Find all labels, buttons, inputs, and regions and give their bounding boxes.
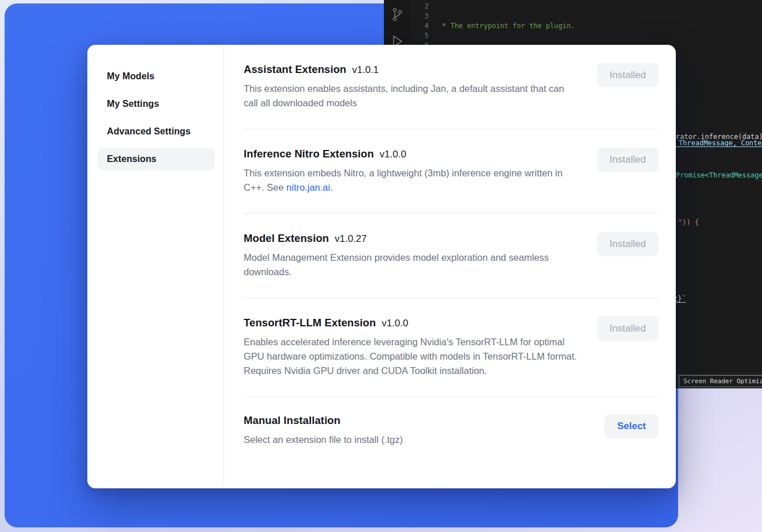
installed-button[interactable]: Installed (597, 317, 659, 341)
git-branch-icon[interactable] (391, 7, 403, 25)
code-fragment: Promise<ThreadMessage> (676, 171, 762, 180)
manual-installation-description: Select an extension file to install (.tg… (244, 433, 403, 447)
extension-version: v1.0.27 (335, 233, 367, 245)
manual-installation-title: Manual Installation (244, 414, 340, 427)
extension-row-inference-nitro: Inference Nitro Extension v1.0.0 This ex… (244, 129, 659, 214)
settings-sidebar: My Models My Settings Advanced Settings … (87, 45, 224, 488)
code-fragment: rator.inference(data)); (676, 132, 762, 142)
desktop: 2 3 4 5 6 * The entrypoint for the plugi… (0, 0, 762, 532)
code-fragment: ")) { (678, 218, 699, 228)
extension-row-model: Model Extension v1.0.27 Model Management… (244, 214, 659, 298)
extensions-panel: Assistant Extension v1.0.1 This extensio… (224, 45, 676, 488)
sidebar-item-advanced-settings[interactable]: Advanced Settings (98, 121, 215, 142)
screen-reader-badge[interactable]: Screen Reader Optimize (679, 375, 762, 387)
extension-description: This extension enables assistants, inclu… (244, 82, 580, 110)
sidebar-item-my-models[interactable]: My Models (98, 65, 215, 87)
installed-button[interactable]: Installed (597, 232, 659, 256)
extension-version: v1.0.1 (352, 64, 379, 76)
extension-title: Model Extension (244, 232, 329, 245)
extension-row-assistant: Assistant Extension v1.0.1 This extensio… (244, 63, 659, 129)
installed-button[interactable]: Installed (597, 148, 659, 172)
extension-version: v1.0.0 (382, 318, 408, 329)
extension-row-tensorrt-llm: TensortRT-LLM Extension v1.0.0 Enables a… (244, 298, 659, 397)
extension-title: Assistant Extension (244, 63, 347, 76)
extension-description: Model Management Extension provides mode… (244, 250, 580, 279)
select-file-button[interactable]: Select (605, 414, 659, 438)
extension-description: This extension embeds Nitro, a lightweig… (244, 166, 580, 195)
extension-version: v1.0.0 (380, 149, 406, 160)
extension-title: TensortRT-LLM Extension (244, 317, 376, 329)
installed-button[interactable]: Installed (597, 63, 659, 87)
sidebar-item-extensions[interactable]: Extensions (98, 148, 215, 170)
manual-installation-row: Manual Installation Select an extension … (244, 397, 659, 447)
sidebar-item-my-settings[interactable]: My Settings (98, 93, 215, 115)
code-line: * The entrypoint for the plugin. (438, 21, 762, 31)
extension-description: Enables accelerated inference leveraging… (244, 335, 580, 378)
nitro-jan-ai-link[interactable]: nitro.jan.ai. (286, 182, 333, 192)
line-numbers: 2 3 4 5 6 (413, 2, 429, 51)
settings-card: My Models My Settings Advanced Settings … (87, 45, 676, 488)
extension-title: Inference Nitro Extension (244, 148, 374, 160)
